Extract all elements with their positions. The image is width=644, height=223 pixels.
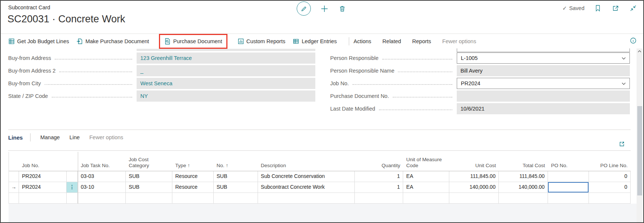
col-header-type[interactable]: Type ↑ <box>172 163 214 171</box>
total-cost-cell[interactable]: 140,000.00 <box>499 182 548 193</box>
no-cell[interactable] <box>214 193 258 204</box>
field-label: Buy-from City <box>8 80 41 86</box>
collapse-icon <box>630 5 637 12</box>
page-title: SC20031 · Concrete Work <box>7 13 125 25</box>
job-budget-lines-icon <box>8 38 15 45</box>
job-task-no-cell[interactable]: 03-03 <box>78 171 126 182</box>
bookmark-button[interactable] <box>594 4 602 12</box>
quantity-cell[interactable] <box>355 193 403 204</box>
unit-cost-cell[interactable]: 111,845.00 <box>449 171 499 182</box>
no-cell[interactable]: SUB <box>214 171 258 182</box>
po-no-cell-selected[interactable] <box>548 182 589 193</box>
scrollbar-thumb[interactable] <box>637 106 642 195</box>
delete-button[interactable] <box>338 4 347 13</box>
page-info-button[interactable] <box>630 37 637 44</box>
col-header-po-no[interactable]: PO No. <box>548 163 589 171</box>
quantity-cell[interactable]: 1 <box>355 182 403 193</box>
reports-menu[interactable]: Reports <box>412 38 431 44</box>
open-in-window-button[interactable] <box>611 4 619 12</box>
col-header-job-no[interactable]: Job No. <box>19 163 78 171</box>
job-no-cell[interactable]: PR2024 <box>19 182 67 193</box>
field-label: Buy-from Address <box>8 55 51 61</box>
po-no-cell[interactable] <box>548 171 589 182</box>
job-no-input[interactable]: PR2024 <box>457 78 630 89</box>
fewer-options-button[interactable]: Fewer options <box>442 38 476 44</box>
get-job-budget-lines-button[interactable]: Get Job Budget Lines <box>8 38 69 45</box>
job-cost-category-cell[interactable] <box>126 193 172 204</box>
chevron-down-icon[interactable] <box>621 55 627 61</box>
row-menu-cell[interactable]: ⋮ <box>67 182 78 193</box>
new-button[interactable] <box>320 4 329 13</box>
col-header-unit-cost[interactable]: Unit Cost <box>449 163 499 171</box>
collapse-button[interactable] <box>629 4 637 12</box>
row-menu-cell[interactable] <box>67 171 78 182</box>
buy-from-city-value[interactable]: West Seneca <box>137 78 315 89</box>
custom-reports-button[interactable]: Custom Reports <box>237 38 286 45</box>
make-purchase-document-button[interactable]: Make Purchase Document <box>76 38 149 45</box>
top-action-icons <box>297 1 347 16</box>
total-cost-cell[interactable] <box>499 193 548 204</box>
uom-code-cell[interactable]: EA <box>403 171 449 182</box>
type-cell[interactable] <box>172 193 214 204</box>
col-header-no[interactable]: No. ↑ <box>214 163 258 171</box>
unit-cost-cell[interactable]: 140,000.00 <box>449 182 499 193</box>
line-menu[interactable]: Line <box>70 134 80 140</box>
job-task-no-cell[interactable]: 03-10 <box>78 182 126 193</box>
job-no-cell[interactable]: PR2024 <box>19 171 67 182</box>
lines-focus-mode-button[interactable] <box>619 141 625 147</box>
chevron-down-icon[interactable] <box>621 81 627 86</box>
type-cell[interactable]: Resource <box>172 171 214 182</box>
dotted-leader <box>382 59 452 60</box>
uom-code-cell[interactable] <box>403 193 449 204</box>
job-cost-category-cell[interactable]: SUB <box>126 182 172 193</box>
po-line-no-cell[interactable]: 0 <box>589 171 631 182</box>
description-cell[interactable]: Subcontract Concrete Work <box>258 182 355 193</box>
po-line-no-cell[interactable] <box>589 193 631 204</box>
lines-fewer-options-button[interactable]: Fewer options <box>89 134 123 140</box>
col-header-total-cost[interactable]: Total Cost <box>499 163 548 171</box>
no-cell[interactable]: SUB <box>214 182 258 193</box>
unit-cost-cell[interactable] <box>449 193 499 204</box>
manage-menu[interactable]: Manage <box>40 134 60 140</box>
type-cell[interactable]: Resource <box>172 182 214 193</box>
related-menu[interactable]: Related <box>382 38 401 44</box>
total-cost-cell[interactable]: 111,845.00 <box>499 171 548 182</box>
po-no-cell[interactable] <box>548 193 589 204</box>
current-row-arrow[interactable]: → <box>9 182 19 193</box>
last-date-modified-value[interactable]: 10/6/2021 <box>457 103 630 114</box>
buy-from-address-2-value[interactable]: _ <box>137 65 315 76</box>
person-responsible-name-value[interactable]: Bill Avery <box>457 65 630 76</box>
quantity-cell[interactable]: 1 <box>355 171 403 182</box>
description-cell[interactable] <box>258 193 355 204</box>
description-cell[interactable]: Sub Concrete Conservation <box>258 171 355 182</box>
state-zip-code-value[interactable]: NY <box>137 90 315 102</box>
col-header-job-cost-category[interactable]: Job Cost Category <box>126 157 172 171</box>
lines-part-title[interactable]: Lines <box>8 134 23 141</box>
fields-right-column: Person Responsible L-1005 Person Respons… <box>330 52 630 116</box>
col-header-uom-code[interactable]: Unit of Measure Code <box>403 157 449 171</box>
job-no-cell[interactable] <box>19 193 67 204</box>
col-header-quantity[interactable]: Quantity <box>355 163 403 171</box>
col-header-description[interactable]: Description <box>258 163 355 171</box>
col-header-po-line-no[interactable]: PO Line No. <box>589 163 631 171</box>
cutoff-field-right <box>457 48 630 52</box>
purchase-document-no-value[interactable] <box>457 90 630 102</box>
person-responsible-input[interactable]: L-1005 <box>457 52 630 64</box>
buy-from-address-value[interactable]: 123 Greenhill Terrace <box>137 52 315 64</box>
uom-code-cell[interactable]: EA <box>403 182 449 193</box>
scroll-up-icon[interactable] <box>638 50 641 53</box>
edit-button[interactable] <box>297 1 311 16</box>
row-selector-cell[interactable] <box>9 171 19 182</box>
lines-top-divider <box>8 130 631 130</box>
po-line-no-cell[interactable]: 0 <box>589 182 631 193</box>
job-cost-category-cell[interactable]: SUB <box>126 171 172 182</box>
cutoff-field-left <box>137 49 315 51</box>
ledger-entries-button[interactable]: Ledger Entries <box>293 38 337 45</box>
row-selector-cell[interactable] <box>9 193 19 204</box>
row-menu-cell[interactable] <box>67 193 78 204</box>
table-header-row: Job No. Job Task No. Job Cost Category T… <box>9 152 631 171</box>
purchase-document-button[interactable]: Purchase Document <box>160 35 226 48</box>
actions-menu[interactable]: Actions <box>354 38 372 44</box>
job-task-no-cell[interactable] <box>78 193 126 204</box>
col-header-job-task-no[interactable]: Job Task No. <box>78 163 126 171</box>
